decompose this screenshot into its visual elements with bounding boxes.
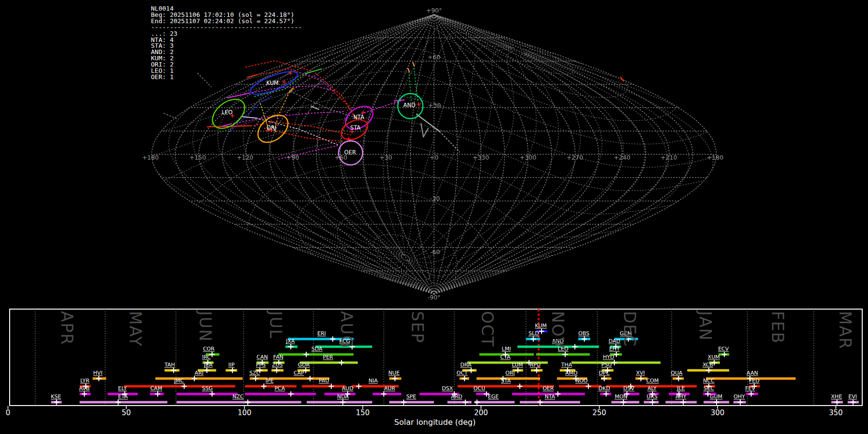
meteor-trail-solid xyxy=(421,123,423,137)
x-axis-title: Solar longitude (deg) xyxy=(394,418,476,427)
shower-peak-marker-URS xyxy=(650,400,655,405)
shower-bar-NDA xyxy=(307,401,372,404)
shower-peak-marker-EVI xyxy=(851,400,856,405)
shower-label-ZCS: ZCS xyxy=(272,362,283,368)
shower-label-OHY: OHY xyxy=(733,393,745,400)
shower-label-STA: STA xyxy=(501,378,511,384)
month-label-APR: APR xyxy=(57,311,76,345)
shower-label-GUM: GUM xyxy=(710,393,722,400)
equatorial-grid-line xyxy=(409,53,581,269)
meteor-trail-solid xyxy=(423,128,428,137)
lat-label: +30 xyxy=(428,102,441,109)
shower-label-PER: PER xyxy=(323,354,333,360)
x-tick-label: 300 xyxy=(711,408,725,417)
shower-peak-marker-JXA xyxy=(288,344,294,350)
lon-label: +240 xyxy=(614,154,630,161)
shower-bar-ARI xyxy=(155,378,243,380)
shower-label-LUM: LUM xyxy=(512,362,523,368)
shower-label-AAN: AAN xyxy=(746,370,758,376)
shower-peak-marker-CAP xyxy=(307,376,312,381)
shower-peak-marker-STA xyxy=(517,384,522,389)
shower-peak-marker-NDA xyxy=(340,400,346,405)
shower-peak-marker-SPE xyxy=(401,400,407,405)
radiant-label-STA: STA xyxy=(350,124,360,131)
shower-peak-marker-KUM xyxy=(539,329,544,334)
equatorial-grid-line xyxy=(406,40,511,256)
shower-label-COM: COM xyxy=(646,378,659,384)
equatorial-grid-line xyxy=(317,32,402,255)
x-tick-label: 100 xyxy=(238,408,252,417)
shower-peak-marker-HVI xyxy=(96,376,101,381)
shower-label-SSG: SSG xyxy=(202,385,213,392)
shower-label-OCU: OCU xyxy=(474,385,485,392)
equatorial-grid-line xyxy=(409,54,602,276)
shower-peak-marker-ECV xyxy=(722,352,727,357)
shower-label-XHE: XHE xyxy=(831,393,842,400)
shower-label-PCA: PCA xyxy=(274,385,285,392)
radiant-label-LEO: LEO xyxy=(222,109,233,116)
lon-label: +300 xyxy=(520,154,536,161)
shower-label-NUE: NUE xyxy=(388,370,399,376)
month-label-MAR: MAR xyxy=(836,311,854,350)
month-label-JAN: JAN xyxy=(696,311,715,341)
equatorial-grid-line xyxy=(523,52,616,77)
lat-label: -30 xyxy=(430,195,440,202)
shower-peak-marker-LUM xyxy=(515,368,521,373)
shower-peak-marker-PER xyxy=(339,360,344,366)
shower-label-CAN: CAN xyxy=(257,354,268,360)
equatorial-grid-line xyxy=(380,261,417,285)
shower-label-DSX: DSX xyxy=(442,385,453,392)
meteor-trail-dotted xyxy=(300,72,331,88)
lon-label: +0 xyxy=(430,154,438,161)
shower-peak-marker-ETA xyxy=(116,400,121,405)
shower-peak-marker-IIP xyxy=(230,368,235,373)
shower-bar-SDA xyxy=(278,353,353,356)
shower-peak-marker-HYD xyxy=(612,360,617,366)
shower-peak-marker-TAH xyxy=(171,368,176,373)
shower-label-TAH: TAH xyxy=(164,362,175,368)
shower-label-CAM: CAM xyxy=(150,385,163,392)
shower-label-DKD: DKD xyxy=(598,385,610,392)
shower-peak-marker-SDA xyxy=(304,352,309,357)
shower-label-XUM: XUM xyxy=(708,354,720,360)
shower-label-ECV: ECV xyxy=(718,346,729,352)
shower-label-KSE: KSE xyxy=(51,393,61,400)
shower-label-AHY: AHY xyxy=(676,393,687,400)
lat-label: +90° xyxy=(426,7,442,14)
shower-label-EHY: EHY xyxy=(609,346,620,352)
shower-label-SLD: SLD xyxy=(529,330,539,337)
shower-label-PPS: PPS xyxy=(256,362,266,368)
shower-label-CTA: CTA xyxy=(500,354,510,360)
shower-peak-marker-NUE xyxy=(393,376,398,381)
shower-label-DRA: DRA xyxy=(460,362,471,368)
meteor-trail-solid xyxy=(311,106,319,109)
shower-bar-AUR xyxy=(373,393,401,395)
shower-label-ALY: ALY xyxy=(648,385,657,392)
shower-peak-marker-AUR xyxy=(381,392,386,397)
shower-peak-marker-DRA xyxy=(468,368,474,373)
shower-label-QUA: QUA xyxy=(671,370,682,376)
meteor-trail-solid xyxy=(413,63,414,66)
shower-bar-ETA xyxy=(80,401,167,404)
shower-label-URS: URS xyxy=(647,393,658,400)
shower-bar-SZC xyxy=(250,378,268,380)
equatorial-grid-line xyxy=(157,171,405,269)
month-label-FEB: FEB xyxy=(768,311,787,344)
shower-peak-marker-DPC xyxy=(602,376,607,381)
shower-label-HYD: HYD xyxy=(603,354,614,360)
shower-bar-SPE xyxy=(389,401,434,404)
shower-peak-marker-NIA xyxy=(356,384,361,389)
shower-bar-PCA xyxy=(245,393,316,395)
shower-label-DAD: DAD xyxy=(609,338,620,344)
shower-peak-marker-OHY xyxy=(738,400,743,405)
meteor-trail-dotted xyxy=(440,132,460,152)
shower-label-COR: COR xyxy=(203,346,215,352)
month-label-OCT: OCT xyxy=(478,311,497,347)
shower-peak-marker-OCT xyxy=(462,376,467,381)
shower-peak-marker-MON xyxy=(621,400,626,405)
shower-peak-marker-XHE xyxy=(834,400,840,405)
radiant-label-ORI: ORI xyxy=(267,124,276,131)
month-label-SEP: SEP xyxy=(408,311,427,344)
shower-peak-marker-EGE xyxy=(475,400,480,405)
shower-label-EGE: EGE xyxy=(488,393,499,400)
